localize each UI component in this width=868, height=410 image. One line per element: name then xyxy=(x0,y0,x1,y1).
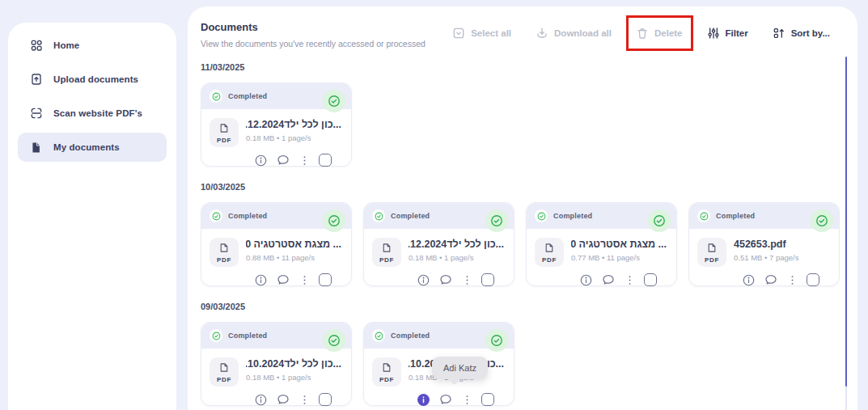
document-glyph-icon xyxy=(218,361,230,376)
file-type-label: PDF xyxy=(379,257,394,264)
scan-icon xyxy=(29,107,43,120)
info-button[interactable] xyxy=(742,273,756,287)
more-options-button[interactable] xyxy=(786,274,798,286)
cards-grid: CompletedPDF...כון לכל ילד18.12.20240.18… xyxy=(201,82,840,167)
comment-button[interactable] xyxy=(438,392,453,407)
check-circle-icon xyxy=(535,209,548,222)
file-row: PDF452653.pdf0.51 MB • 7 page/s xyxy=(697,238,829,267)
select-all-button[interactable]: Select all xyxy=(452,27,511,40)
file-info: ...כון לכל ילד28.10.20240.18 MB • 1 page… xyxy=(246,357,341,387)
select-checkbox[interactable] xyxy=(319,273,332,286)
document-card[interactable]: CompletedPDF...כון לכל ילד18.12.20240.18… xyxy=(201,82,352,167)
file-type-label: PDF xyxy=(379,377,394,383)
upload-document-icon xyxy=(29,73,43,87)
pdf-file-icon: PDF xyxy=(535,238,564,267)
sidebar-item-label: Upload documents xyxy=(53,74,138,84)
file-type-label: PDF xyxy=(217,377,231,383)
comment-button[interactable] xyxy=(276,153,290,167)
document-card[interactable]: CompletedPDF452653.pdf0.51 MB • 7 page/s xyxy=(688,202,840,286)
select-checkbox[interactable] xyxy=(319,393,332,406)
info-button[interactable] xyxy=(417,273,430,287)
more-options-button[interactable] xyxy=(299,394,311,406)
sort-by-button[interactable]: Sort by... xyxy=(773,27,830,40)
sort-by-label: Sort by... xyxy=(791,28,830,38)
card-actions xyxy=(210,387,341,407)
date-group: 10/03/2025CompletedPDF... מצגת אסטרטגיה … xyxy=(201,182,840,286)
file-title: ...כון לכל ילד28.10.2024 xyxy=(246,358,341,370)
card-body: PDF...כון לכל ילד28.10.20240.18 MB • 1 p… xyxy=(201,349,351,407)
scrollbar-thumb[interactable] xyxy=(845,57,847,387)
pdf-file-icon: PDF xyxy=(210,118,239,147)
document-groups: 11/03/2025CompletedPDF...כון לכל ילד18.1… xyxy=(201,62,840,406)
document-card[interactable]: CompletedPDF... מצגת אסטרטגיה 20300.88 M… xyxy=(201,202,352,286)
filter-label: Filter xyxy=(726,28,748,38)
status-badge: Completed xyxy=(535,209,592,222)
file-title: ...כון לכל ילד18.12.2024 xyxy=(409,239,504,250)
main-panel: Documents View the documents you've rece… xyxy=(188,6,857,410)
more-options-button[interactable] xyxy=(299,154,311,167)
check-circle-icon xyxy=(210,329,222,342)
download-all-button[interactable]: Download all xyxy=(536,27,612,40)
document-glyph-icon xyxy=(218,242,230,256)
delete-label: Delete xyxy=(654,28,683,38)
sidebar-item-label: Home xyxy=(53,40,79,50)
info-button-active[interactable] xyxy=(417,393,430,407)
status-badge: Completed xyxy=(210,209,267,222)
status-label: Completed xyxy=(391,212,430,220)
date-group: 09/03/2025CompletedPDF...כון לכל ילד28.1… xyxy=(201,302,840,406)
file-meta: 0.18 MB • 1 page/s xyxy=(246,373,341,382)
info-button[interactable] xyxy=(254,154,268,167)
more-options-button[interactable] xyxy=(461,274,473,286)
file-info: 452653.pdf0.51 MB • 7 page/s xyxy=(734,238,829,267)
card-body: PDF... מצגת אסטרטגיה 20300.77 MB • 11 pa… xyxy=(527,229,676,287)
status-complete-indicator xyxy=(323,90,345,112)
delete-button-wrap: Delete xyxy=(636,27,683,40)
document-glyph-icon xyxy=(381,361,392,376)
file-meta: 0.18 MB • 1 page/s xyxy=(409,253,504,262)
document-card[interactable]: CompletedPDF...כון לכל ילד28.10.20240.18… xyxy=(363,322,514,406)
check-circle-icon xyxy=(210,209,222,222)
file-row: PDF...כון לכל ילד28.10.20240.18 MB • 1 p… xyxy=(210,357,341,387)
sidebar-item-label: My documents xyxy=(53,142,120,152)
status-label: Completed xyxy=(553,212,592,220)
more-options-button[interactable] xyxy=(461,394,473,406)
delete-button[interactable]: Delete xyxy=(636,27,683,40)
screen: Home Upload documents Scan website PDF's… xyxy=(0,0,868,410)
file-title: ...כון לכל ילד18.12.2024 xyxy=(246,119,341,130)
file-meta: 0.77 MB • 11 page/s xyxy=(571,253,667,262)
file-type-label: PDF xyxy=(217,137,231,144)
download-all-label: Download all xyxy=(554,28,612,38)
document-icon xyxy=(29,141,43,154)
document-card[interactable]: CompletedPDF...כון לכל ילד28.10.20240.18… xyxy=(201,322,352,406)
status-badge: Completed xyxy=(210,90,267,103)
info-button[interactable] xyxy=(254,273,268,287)
file-title: 452653.pdf xyxy=(734,239,829,250)
info-button[interactable] xyxy=(254,393,268,407)
more-options-button[interactable] xyxy=(624,274,636,286)
pdf-file-icon: PDF xyxy=(210,357,239,387)
select-checkbox[interactable] xyxy=(807,273,819,286)
file-meta: 0.51 MB • 7 page/s xyxy=(734,253,829,262)
sidebar-item-my-documents[interactable]: My documents xyxy=(18,133,167,162)
select-checkbox[interactable] xyxy=(481,393,494,406)
comment-button[interactable] xyxy=(438,273,453,287)
document-card[interactable]: CompletedPDF...כון לכל ילד18.12.20240.18… xyxy=(363,202,514,286)
file-row: PDF... מצגת אסטרטגיה 20300.77 MB • 11 pa… xyxy=(535,238,667,267)
info-button[interactable] xyxy=(579,273,593,287)
more-options-button[interactable] xyxy=(299,274,311,286)
sidebar-item-home[interactable]: Home xyxy=(18,31,167,60)
document-card[interactable]: CompletedPDF... מצגת אסטרטגיה 20300.77 M… xyxy=(526,202,677,286)
page-title: Documents xyxy=(201,21,426,33)
sidebar-item-scan-website-pdfs[interactable]: Scan website PDF's xyxy=(18,99,167,128)
select-checkbox[interactable] xyxy=(644,273,657,286)
select-checkbox[interactable] xyxy=(481,273,494,286)
select-checkbox[interactable] xyxy=(319,154,332,167)
status-badge: Completed xyxy=(372,209,430,222)
comment-button[interactable] xyxy=(764,273,778,287)
comment-button[interactable] xyxy=(601,273,616,287)
filter-button[interactable]: Filter xyxy=(707,27,748,40)
comment-button[interactable] xyxy=(276,273,290,287)
comment-button[interactable] xyxy=(276,392,290,407)
file-type-label: PDF xyxy=(705,257,719,264)
sidebar-item-upload-documents[interactable]: Upload documents xyxy=(18,65,167,94)
